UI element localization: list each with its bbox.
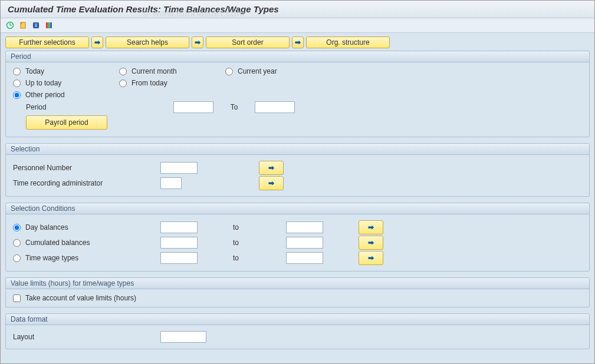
info-icon[interactable]: i [31, 21, 41, 30]
cumulated-balances-to-input[interactable] [286, 237, 323, 249]
search-helps-button[interactable]: Search helps [106, 37, 189, 48]
arrow-button-1[interactable]: ➡ [91, 37, 103, 48]
radio-from-today[interactable]: From today [119, 79, 225, 87]
sap-window: Cumulated Time Evaluation Results: Time … [0, 0, 595, 364]
value-limits-title: Value limits (hours) for time/wage types [6, 278, 589, 289]
layout-label: Layout [13, 333, 160, 341]
sort-order-label: Sort order [232, 38, 263, 47]
further-selections-button[interactable]: Further selections [5, 37, 89, 48]
arrow-button-3[interactable]: ➡ [292, 37, 304, 48]
label-current-year: Current year [238, 67, 277, 75]
get-variant-icon[interactable] [18, 21, 28, 30]
arrow-right-icon: ➡ [268, 164, 274, 172]
label-day-balances: Day balances [25, 223, 68, 231]
personnel-number-label: Personnel Number [13, 164, 160, 172]
selection-group: Selection Personnel Number ➡ Time record… [5, 143, 590, 197]
time-rec-admin-input[interactable] [160, 177, 182, 189]
toolbar: i [1, 18, 594, 33]
label-cumulated-balances: Cumulated balances [25, 239, 90, 247]
period-from-input[interactable] [173, 101, 213, 113]
svg-text:i: i [35, 22, 37, 28]
arrow-right-icon: ➡ [295, 38, 301, 47]
radio-cumulated-balances[interactable]: Cumulated balances [13, 239, 160, 247]
radio-other-period[interactable]: Other period [13, 91, 119, 99]
arrow-right-icon: ➡ [195, 38, 200, 47]
further-selections-label: Further selections [19, 38, 75, 47]
time-wage-types-from-input[interactable] [160, 252, 198, 264]
label-today: Today [25, 67, 44, 75]
title-bar: Cumulated Time Evaluation Results: Time … [1, 1, 594, 18]
personnel-number-multi-button[interactable]: ➡ [259, 161, 284, 175]
selection-conditions-title: Selection Conditions [6, 203, 589, 214]
svg-rect-6 [46, 22, 48, 28]
execute-icon[interactable] [5, 21, 15, 30]
arrow-right-icon: ➡ [368, 223, 374, 231]
page-title: Cumulated Time Evaluation Results: Time … [8, 4, 279, 14]
arrow-right-icon: ➡ [368, 254, 374, 262]
arrow-right-icon: ➡ [268, 179, 274, 187]
arrow-right-icon: ➡ [368, 239, 374, 247]
time-wage-types-to-input[interactable] [286, 252, 323, 264]
radio-today[interactable]: Today [13, 67, 119, 75]
payroll-period-button[interactable]: Payroll period [26, 115, 107, 130]
data-format-title: Data format [6, 314, 589, 325]
label-other-period: Other period [25, 91, 65, 99]
day-balances-from-input[interactable] [160, 221, 198, 233]
org-structure-label: Org. structure [326, 38, 369, 47]
radio-day-balances[interactable]: Day balances [13, 223, 160, 231]
radio-current-month[interactable]: Current month [119, 67, 225, 75]
sort-order-button[interactable]: Sort order [206, 37, 290, 48]
personnel-number-input[interactable] [160, 162, 198, 174]
arrow-right-icon: ➡ [94, 38, 100, 47]
content-area: Further selections ➡ Search helps ➡ Sort… [1, 33, 594, 363]
svg-rect-7 [48, 22, 50, 28]
day-balances-to-input[interactable] [286, 221, 323, 233]
value-limits-checkbox[interactable]: Take account of value limits (hours) [13, 294, 582, 302]
arrow-button-2[interactable]: ➡ [192, 37, 203, 48]
cumulated-balances-from-input[interactable] [160, 237, 198, 249]
selection-group-title: Selection [6, 144, 589, 155]
label-time-wage-types: Time wage types [25, 254, 78, 262]
data-format-group: Data format Layout [5, 313, 590, 349]
period-to-label: To [213, 103, 255, 111]
cumulated-balances-multi-button[interactable]: ➡ [359, 236, 383, 250]
selection-conditions-group: Selection Conditions Day balances to ➡ C… [5, 203, 590, 272]
layout-input[interactable] [160, 331, 206, 343]
label-current-month: Current month [132, 67, 177, 75]
day-balances-multi-button[interactable]: ➡ [359, 220, 383, 234]
time-rec-admin-multi-button[interactable]: ➡ [259, 176, 284, 190]
payroll-period-label: Payroll period [45, 118, 88, 127]
value-limits-group: Value limits (hours) for time/wage types… [5, 277, 590, 307]
period-group: Period Today Current month Current year … [5, 51, 590, 137]
radio-up-to-today[interactable]: Up to today [13, 79, 119, 87]
to-label-3: to [198, 254, 286, 262]
color-legend-icon[interactable] [44, 21, 54, 30]
to-label-1: to [198, 223, 286, 231]
period-group-title: Period [6, 51, 589, 62]
to-label-2: to [198, 239, 286, 247]
radio-current-year[interactable]: Current year [225, 67, 331, 75]
time-rec-admin-label: Time recording administrator [13, 179, 160, 187]
svg-rect-8 [50, 22, 52, 28]
org-structure-button[interactable]: Org. structure [306, 37, 390, 48]
period-to-input[interactable] [255, 101, 295, 113]
time-wage-types-multi-button[interactable]: ➡ [359, 251, 383, 265]
label-up-to-today: Up to today [25, 79, 61, 87]
value-limits-checkbox-label: Take account of value limits (hours) [25, 294, 136, 302]
radio-time-wage-types[interactable]: Time wage types [13, 254, 160, 262]
period-label: Period [13, 103, 173, 111]
top-button-row: Further selections ➡ Search helps ➡ Sort… [5, 37, 590, 48]
search-helps-label: Search helps [127, 38, 168, 47]
label-from-today: From today [132, 79, 167, 87]
